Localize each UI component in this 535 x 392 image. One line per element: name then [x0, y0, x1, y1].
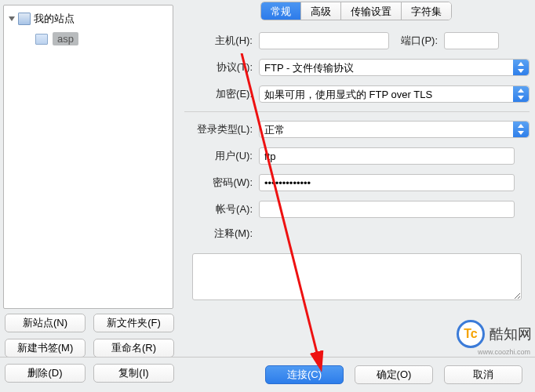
new-folder-button[interactable]: 新文件夹(F): [93, 314, 174, 332]
tree-child-item[interactable]: asp: [35, 32, 168, 45]
watermark: Tc 酷知网: [457, 320, 532, 348]
tab-charset[interactable]: 字符集: [402, 2, 451, 20]
comment-textarea[interactable]: [192, 253, 522, 300]
account-label: 帐号(A):: [184, 202, 259, 216]
logintype-label: 登录类型(L):: [184, 122, 259, 136]
encryption-select[interactable]: 如果可用，使用显式的 FTP over TLS: [259, 85, 530, 103]
rename-button[interactable]: 重命名(R): [93, 339, 174, 358]
user-label: 用户(U):: [184, 149, 259, 163]
chevron-updown-icon: [513, 60, 529, 75]
encryption-value: 如果可用，使用显式的 FTP over TLS: [264, 89, 432, 100]
user-input[interactable]: [259, 147, 515, 165]
port-label: 端口(P):: [389, 34, 444, 48]
disclosure-triangle-icon[interactable]: [9, 16, 15, 21]
watermark-url: www.coozhi.com: [478, 348, 530, 356]
footer-divider: [0, 357, 535, 358]
password-input[interactable]: [259, 174, 515, 191]
new-site-button[interactable]: 新站点(N): [5, 314, 86, 332]
comment-label: 注释(M):: [184, 227, 259, 241]
ok-button[interactable]: 确定(O): [355, 365, 433, 384]
encryption-label: 加密(E):: [184, 87, 259, 101]
port-input[interactable]: [444, 32, 499, 49]
folder-icon: [35, 34, 48, 45]
host-label: 主机(H):: [184, 34, 259, 48]
host-input[interactable]: [259, 32, 389, 49]
connect-button[interactable]: 连接(C): [265, 365, 344, 384]
tree-root-item[interactable]: 我的站点: [9, 10, 168, 27]
tree-child-label: asp: [53, 32, 78, 45]
divider: [184, 111, 530, 112]
watermark-brand: 酷知网: [490, 325, 532, 343]
cancel-button[interactable]: 取消: [444, 365, 522, 384]
tab-transfer[interactable]: 传输设置: [341, 2, 402, 20]
new-bookmark-button[interactable]: 新建书签(M): [5, 339, 86, 358]
site-tree[interactable]: 我的站点 asp: [3, 5, 173, 309]
password-label: 密码(W):: [184, 176, 259, 190]
logintype-select[interactable]: 正常: [259, 121, 530, 138]
tab-bar: 常规 高级 传输设置 字符集: [260, 2, 452, 20]
tab-general[interactable]: 常规: [261, 2, 301, 20]
copy-button[interactable]: 复制(I): [93, 364, 174, 383]
protocol-select[interactable]: FTP - 文件传输协议: [259, 59, 530, 76]
account-input[interactable]: [259, 201, 515, 218]
protocol-label: 协议(T):: [184, 60, 259, 74]
delete-button[interactable]: 删除(D): [5, 364, 86, 383]
protocol-value: FTP - 文件传输协议: [264, 62, 354, 74]
server-icon: [18, 13, 31, 25]
chevron-updown-icon: [513, 86, 529, 102]
tree-root-label: 我的站点: [34, 12, 75, 26]
chevron-updown-icon: [513, 122, 529, 137]
logintype-value: 正常: [264, 124, 285, 136]
tab-advanced[interactable]: 高级: [301, 2, 341, 20]
watermark-logo-icon: Tc: [457, 320, 485, 348]
